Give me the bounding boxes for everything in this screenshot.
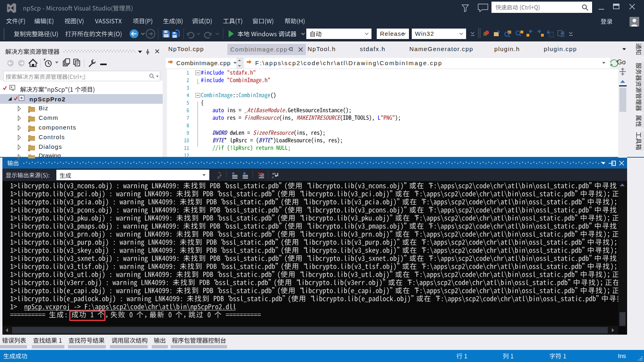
svg-text:ab: ab	[272, 172, 276, 175]
svg-text:c: c	[272, 175, 274, 179]
